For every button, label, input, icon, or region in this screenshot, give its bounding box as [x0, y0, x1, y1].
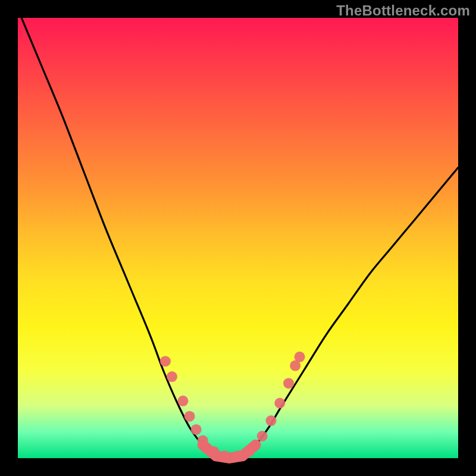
data-marker [191, 424, 202, 435]
data-marker [283, 378, 294, 389]
data-marker [160, 356, 171, 367]
outer-frame: TheBottleneck.com [0, 0, 476, 476]
plot-area [18, 18, 458, 458]
marker-layer [160, 352, 305, 462]
data-marker [208, 446, 219, 457]
watermark-text: TheBottleneck.com [336, 2, 470, 19]
data-marker [220, 450, 230, 461]
data-marker [184, 411, 195, 422]
data-marker [274, 398, 285, 409]
chart-svg [18, 18, 458, 458]
data-marker [198, 435, 208, 446]
data-marker [295, 352, 305, 362]
data-marker [233, 450, 243, 461]
data-marker [266, 415, 277, 426]
data-marker [167, 371, 177, 382]
curve-layer [18, 9, 458, 458]
bottleneck-curve [18, 9, 458, 458]
data-marker [244, 446, 255, 457]
data-marker [178, 396, 189, 406]
data-marker [257, 431, 268, 441]
